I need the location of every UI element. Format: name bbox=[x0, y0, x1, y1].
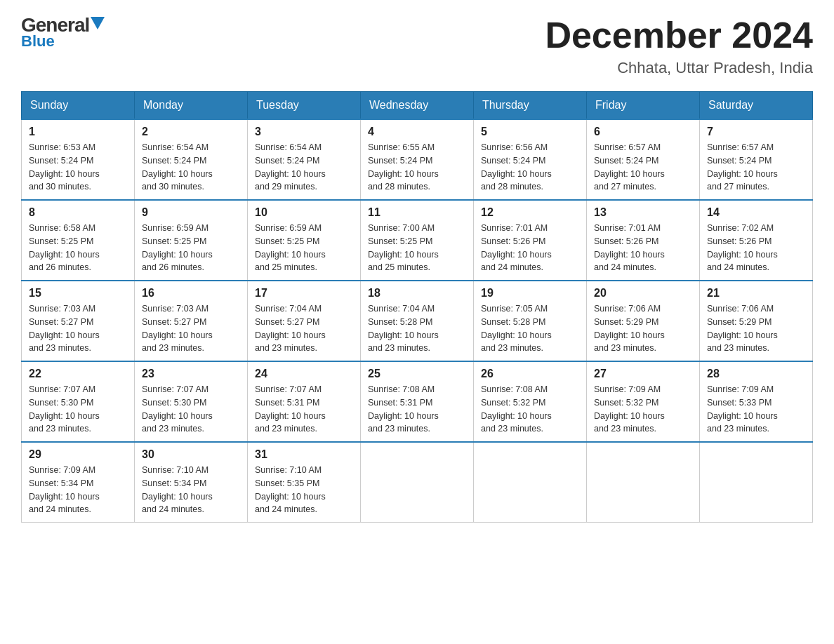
day-info: Sunrise: 7:06 AM Sunset: 5:29 PM Dayligh… bbox=[594, 302, 692, 355]
day-number: 17 bbox=[255, 287, 353, 300]
day-info: Sunrise: 7:01 AM Sunset: 5:26 PM Dayligh… bbox=[481, 222, 579, 274]
table-row: 31 Sunrise: 7:10 AM Sunset: 5:35 PM Dayl… bbox=[248, 442, 361, 523]
page-header: General Blue December 2024 Chhata, Uttar… bbox=[21, 14, 813, 77]
table-row: 23 Sunrise: 7:07 AM Sunset: 5:30 PM Dayl… bbox=[135, 361, 248, 442]
table-row: 24 Sunrise: 7:07 AM Sunset: 5:31 PM Dayl… bbox=[248, 361, 361, 442]
day-number: 13 bbox=[594, 206, 692, 219]
table-row: 18 Sunrise: 7:04 AM Sunset: 5:28 PM Dayl… bbox=[361, 281, 474, 361]
day-number: 15 bbox=[29, 287, 127, 300]
day-number: 12 bbox=[481, 206, 579, 219]
table-row: 12 Sunrise: 7:01 AM Sunset: 5:26 PM Dayl… bbox=[474, 200, 587, 281]
day-info: Sunrise: 7:09 AM Sunset: 5:33 PM Dayligh… bbox=[707, 383, 805, 436]
table-row: 5 Sunrise: 6:56 AM Sunset: 5:24 PM Dayli… bbox=[474, 119, 587, 200]
day-info: Sunrise: 7:01 AM Sunset: 5:26 PM Dayligh… bbox=[594, 222, 692, 274]
day-info: Sunrise: 7:05 AM Sunset: 5:28 PM Dayligh… bbox=[481, 302, 579, 355]
day-number: 20 bbox=[594, 287, 692, 300]
day-info: Sunrise: 7:08 AM Sunset: 5:32 PM Dayligh… bbox=[481, 383, 579, 436]
day-info: Sunrise: 7:09 AM Sunset: 5:32 PM Dayligh… bbox=[594, 383, 692, 436]
day-info: Sunrise: 7:07 AM Sunset: 5:30 PM Dayligh… bbox=[142, 383, 240, 436]
table-row: 30 Sunrise: 7:10 AM Sunset: 5:34 PM Dayl… bbox=[135, 442, 248, 523]
table-row: 9 Sunrise: 6:59 AM Sunset: 5:25 PM Dayli… bbox=[135, 200, 248, 281]
day-info: Sunrise: 7:03 AM Sunset: 5:27 PM Dayligh… bbox=[29, 302, 127, 355]
day-info: Sunrise: 7:07 AM Sunset: 5:30 PM Dayligh… bbox=[29, 383, 127, 436]
day-number: 25 bbox=[368, 368, 466, 380]
logo-triangle-icon bbox=[91, 17, 105, 29]
calendar-week-row: 29 Sunrise: 7:09 AM Sunset: 5:34 PM Dayl… bbox=[22, 442, 813, 523]
table-row: 13 Sunrise: 7:01 AM Sunset: 5:26 PM Dayl… bbox=[587, 200, 700, 281]
table-row bbox=[700, 442, 813, 523]
day-info: Sunrise: 7:07 AM Sunset: 5:31 PM Dayligh… bbox=[255, 383, 353, 436]
day-number: 3 bbox=[255, 126, 353, 138]
day-number: 29 bbox=[29, 448, 127, 461]
table-row: 20 Sunrise: 7:06 AM Sunset: 5:29 PM Dayl… bbox=[587, 281, 700, 361]
day-info: Sunrise: 6:59 AM Sunset: 5:25 PM Dayligh… bbox=[255, 222, 353, 274]
day-number: 23 bbox=[142, 368, 240, 380]
table-row bbox=[587, 442, 700, 523]
day-info: Sunrise: 6:57 AM Sunset: 5:24 PM Dayligh… bbox=[594, 141, 692, 194]
day-number: 7 bbox=[707, 126, 805, 138]
day-info: Sunrise: 7:09 AM Sunset: 5:34 PM Dayligh… bbox=[29, 464, 127, 516]
day-info: Sunrise: 7:04 AM Sunset: 5:28 PM Dayligh… bbox=[368, 302, 466, 355]
table-row: 28 Sunrise: 7:09 AM Sunset: 5:33 PM Dayl… bbox=[700, 361, 813, 442]
day-info: Sunrise: 7:03 AM Sunset: 5:27 PM Dayligh… bbox=[142, 302, 240, 355]
day-number: 9 bbox=[142, 206, 240, 219]
day-info: Sunrise: 6:57 AM Sunset: 5:24 PM Dayligh… bbox=[707, 141, 805, 194]
calendar-week-row: 22 Sunrise: 7:07 AM Sunset: 5:30 PM Dayl… bbox=[22, 361, 813, 442]
table-row: 25 Sunrise: 7:08 AM Sunset: 5:31 PM Dayl… bbox=[361, 361, 474, 442]
table-row: 4 Sunrise: 6:55 AM Sunset: 5:24 PM Dayli… bbox=[361, 119, 474, 200]
day-number: 19 bbox=[481, 287, 579, 300]
table-row: 27 Sunrise: 7:09 AM Sunset: 5:32 PM Dayl… bbox=[587, 361, 700, 442]
calendar-week-row: 1 Sunrise: 6:53 AM Sunset: 5:24 PM Dayli… bbox=[22, 119, 813, 200]
col-friday: Friday bbox=[587, 92, 700, 120]
day-info: Sunrise: 7:08 AM Sunset: 5:31 PM Dayligh… bbox=[368, 383, 466, 436]
col-tuesday: Tuesday bbox=[248, 92, 361, 120]
col-wednesday: Wednesday bbox=[361, 92, 474, 120]
day-number: 11 bbox=[368, 206, 466, 219]
location-subtitle: Chhata, Uttar Pradesh, India bbox=[545, 59, 813, 77]
table-row: 21 Sunrise: 7:06 AM Sunset: 5:29 PM Dayl… bbox=[700, 281, 813, 361]
table-row: 1 Sunrise: 6:53 AM Sunset: 5:24 PM Dayli… bbox=[22, 119, 135, 200]
col-saturday: Saturday bbox=[700, 92, 813, 120]
day-number: 22 bbox=[29, 368, 127, 380]
calendar-table: Sunday Monday Tuesday Wednesday Thursday… bbox=[21, 91, 813, 523]
day-number: 31 bbox=[255, 448, 353, 461]
table-row: 26 Sunrise: 7:08 AM Sunset: 5:32 PM Dayl… bbox=[474, 361, 587, 442]
day-number: 28 bbox=[707, 368, 805, 380]
table-row: 15 Sunrise: 7:03 AM Sunset: 5:27 PM Dayl… bbox=[22, 281, 135, 361]
day-info: Sunrise: 6:59 AM Sunset: 5:25 PM Dayligh… bbox=[142, 222, 240, 274]
day-number: 5 bbox=[481, 126, 579, 138]
col-sunday: Sunday bbox=[22, 92, 135, 120]
day-number: 8 bbox=[29, 206, 127, 219]
day-number: 30 bbox=[142, 448, 240, 461]
day-info: Sunrise: 7:10 AM Sunset: 5:35 PM Dayligh… bbox=[255, 464, 353, 516]
day-info: Sunrise: 7:04 AM Sunset: 5:27 PM Dayligh… bbox=[255, 302, 353, 355]
calendar-header-row: Sunday Monday Tuesday Wednesday Thursday… bbox=[22, 92, 813, 120]
day-info: Sunrise: 6:54 AM Sunset: 5:24 PM Dayligh… bbox=[255, 141, 353, 194]
table-row: 14 Sunrise: 7:02 AM Sunset: 5:26 PM Dayl… bbox=[700, 200, 813, 281]
table-row: 7 Sunrise: 6:57 AM Sunset: 5:24 PM Dayli… bbox=[700, 119, 813, 200]
table-row: 22 Sunrise: 7:07 AM Sunset: 5:30 PM Dayl… bbox=[22, 361, 135, 442]
table-row: 10 Sunrise: 6:59 AM Sunset: 5:25 PM Dayl… bbox=[248, 200, 361, 281]
day-info: Sunrise: 6:53 AM Sunset: 5:24 PM Dayligh… bbox=[29, 141, 127, 194]
table-row: 3 Sunrise: 6:54 AM Sunset: 5:24 PM Dayli… bbox=[248, 119, 361, 200]
day-number: 10 bbox=[255, 206, 353, 219]
day-number: 2 bbox=[142, 126, 240, 138]
day-info: Sunrise: 7:06 AM Sunset: 5:29 PM Dayligh… bbox=[707, 302, 805, 355]
day-info: Sunrise: 6:56 AM Sunset: 5:24 PM Dayligh… bbox=[481, 141, 579, 194]
logo: General Blue bbox=[21, 14, 105, 51]
day-number: 1 bbox=[29, 126, 127, 138]
day-info: Sunrise: 6:58 AM Sunset: 5:25 PM Dayligh… bbox=[29, 222, 127, 274]
day-number: 16 bbox=[142, 287, 240, 300]
day-number: 26 bbox=[481, 368, 579, 380]
logo-blue-text: Blue bbox=[21, 32, 55, 51]
col-thursday: Thursday bbox=[474, 92, 587, 120]
table-row: 19 Sunrise: 7:05 AM Sunset: 5:28 PM Dayl… bbox=[474, 281, 587, 361]
month-title: December 2024 bbox=[545, 14, 813, 56]
table-row: 17 Sunrise: 7:04 AM Sunset: 5:27 PM Dayl… bbox=[248, 281, 361, 361]
col-monday: Monday bbox=[135, 92, 248, 120]
day-number: 4 bbox=[368, 126, 466, 138]
day-info: Sunrise: 6:54 AM Sunset: 5:24 PM Dayligh… bbox=[142, 141, 240, 194]
day-number: 14 bbox=[707, 206, 805, 219]
table-row: 29 Sunrise: 7:09 AM Sunset: 5:34 PM Dayl… bbox=[22, 442, 135, 523]
table-row: 2 Sunrise: 6:54 AM Sunset: 5:24 PM Dayli… bbox=[135, 119, 248, 200]
